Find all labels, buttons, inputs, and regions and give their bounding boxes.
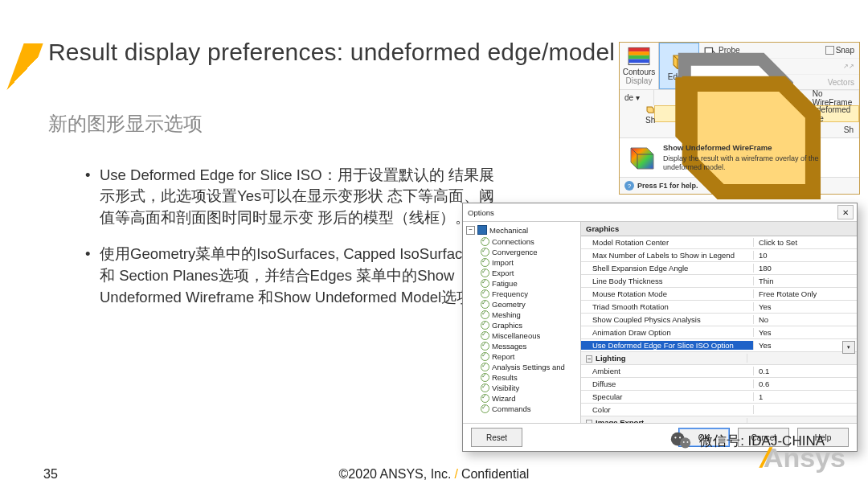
contours-icon (628, 47, 650, 66)
tooltip-cube-icon (624, 143, 657, 172)
svg-marker-19 (647, 107, 653, 113)
ribbon-contours-button[interactable]: Contours Display (620, 43, 659, 89)
grid-row[interactable]: Ambient0.1 (581, 365, 857, 378)
bullet-item: 使用Geometry菜单中的IsoSurfaces, Capped IsoSur… (85, 244, 497, 308)
grid-row[interactable]: Shell Expansion Edge Angle180 (581, 262, 857, 275)
check-icon (481, 342, 489, 351)
slide-root: Result display preferences: undeformed e… (0, 0, 868, 488)
tree-item[interactable]: Messages (466, 341, 579, 351)
tree-item[interactable]: Geometry (466, 299, 579, 310)
options-grid: Graphics Model Rotation CenterClick to S… (581, 222, 857, 423)
accent-slash (5, 43, 43, 95)
check-icon (481, 258, 489, 267)
ribbon-item-sh1[interactable]: Sh (654, 122, 859, 137)
svg-point-24 (683, 441, 685, 443)
check-icon (481, 289, 489, 298)
check-icon (481, 352, 489, 361)
grid-row[interactable]: Line Body ThicknessThin (581, 275, 857, 288)
svg-point-21 (680, 437, 690, 448)
check-icon (481, 363, 489, 371)
vectors-icon[interactable]: ↗↗ (843, 63, 854, 70)
reset-button[interactable]: Reset (471, 428, 522, 447)
check-icon (481, 310, 489, 319)
svg-rect-1 (628, 48, 649, 52)
tree-item[interactable]: Report (466, 351, 579, 362)
check-icon (481, 404, 489, 413)
tree-item[interactable]: Miscellaneous (466, 330, 579, 341)
ribbon-de-dropdown[interactable]: de ▾ (620, 90, 654, 105)
check-icon (481, 269, 489, 277)
ribbon-label: Contours (623, 68, 656, 76)
tree-item[interactable]: Results (466, 372, 579, 383)
tree-item[interactable]: Connections (466, 236, 579, 247)
grid-row[interactable]: Mouse Rotation ModeFree Rotate Only (581, 288, 857, 301)
check-icon (481, 279, 489, 288)
mechanical-icon (477, 225, 487, 235)
grid-group[interactable]: Image Export (581, 416, 857, 423)
dropdown-icon[interactable]: ▾ (842, 341, 855, 354)
grid-header: Graphics (581, 222, 857, 236)
bullet-list: Use Deformed Edge for Slice ISO：用于设置默认的 … (53, 165, 497, 323)
grid-row[interactable]: Triad Smooth RotationYes (581, 301, 857, 314)
tooltip-title: Show Undeformed WireFrame (663, 143, 854, 153)
options-dialog: Options ✕ −Mechanical ConnectionsConverg… (462, 203, 858, 452)
svg-marker-14 (690, 84, 813, 191)
wechat-icon (669, 429, 693, 453)
tree-item[interactable]: Import (466, 257, 579, 268)
svg-point-25 (687, 441, 689, 443)
grid-row[interactable]: Specular1 (581, 391, 857, 404)
page-title: Result display preferences: undeformed e… (48, 39, 615, 66)
dialog-titlebar: Options ✕ (463, 203, 857, 222)
check-icon (481, 383, 489, 392)
grid-group[interactable]: Lighting (581, 352, 857, 365)
cube-icon (659, 38, 844, 223)
tooltip-body: Display the result with a wireframe over… (663, 154, 854, 173)
check-icon (481, 248, 489, 256)
ribbon-sublabel: Display (626, 76, 653, 85)
close-icon[interactable]: ✕ (837, 205, 854, 219)
options-tree[interactable]: −Mechanical ConnectionsConvergenceImport… (463, 222, 581, 423)
check-icon (481, 331, 489, 340)
subtitle: 新的图形显示选项 (48, 111, 203, 137)
tree-item[interactable]: Frequency (466, 289, 579, 299)
svg-point-23 (679, 437, 681, 438)
grid-row[interactable]: Model Rotation CenterClick to Set (581, 236, 857, 249)
check-icon (481, 300, 489, 309)
tree-item[interactable]: Commands (466, 404, 579, 414)
check-icon (481, 373, 489, 382)
tree-item[interactable]: Export (466, 268, 579, 278)
ribbon-item-sh2[interactable]: Sh (645, 105, 655, 118)
svg-rect-4 (628, 59, 649, 64)
check-icon (481, 237, 489, 246)
copyright: ©2020 ANSYS, Inc./Confidential (0, 467, 868, 482)
svg-rect-2 (628, 51, 649, 55)
grid-row[interactable]: Color (581, 404, 857, 416)
check-icon (481, 321, 489, 330)
svg-point-22 (674, 437, 676, 438)
cube-icon (645, 105, 655, 114)
grid-row[interactable]: Max Number of Labels to Show in Legend10 (581, 249, 857, 262)
tree-item[interactable]: Graphics (466, 320, 579, 330)
grid-row[interactable]: Animation Draw OptionYes (581, 326, 857, 339)
grid-row[interactable]: Diffuse0.6 (581, 378, 857, 391)
tree-item[interactable]: Meshing (466, 310, 579, 320)
ribbon-tooltip: Show Undeformed WireFrame Display the re… (620, 137, 859, 177)
check-icon (481, 394, 489, 403)
tree-item[interactable]: Convergence (466, 247, 579, 257)
grid-row[interactable]: Use Deformed Edge For Slice ISO OptionYe… (581, 339, 857, 352)
bullet-item: Use Deformed Edge for Slice ISO：用于设置默认的 … (85, 165, 497, 229)
tree-root[interactable]: −Mechanical (466, 225, 579, 235)
svg-rect-3 (628, 55, 649, 59)
ribbon-callout: Contours Display Edges ProbeSnap Maximum… (619, 42, 860, 195)
grid-row[interactable]: Show Coupled Physics AnalysisNo (581, 314, 857, 326)
help-icon: ? (624, 181, 634, 191)
tree-item[interactable]: Visibility (466, 383, 579, 393)
tree-item[interactable]: Fatigue (466, 278, 579, 289)
dialog-title: Options (468, 208, 494, 217)
tree-item[interactable]: Wizard (466, 393, 579, 404)
tree-item[interactable]: Analysis Settings and (466, 362, 579, 372)
